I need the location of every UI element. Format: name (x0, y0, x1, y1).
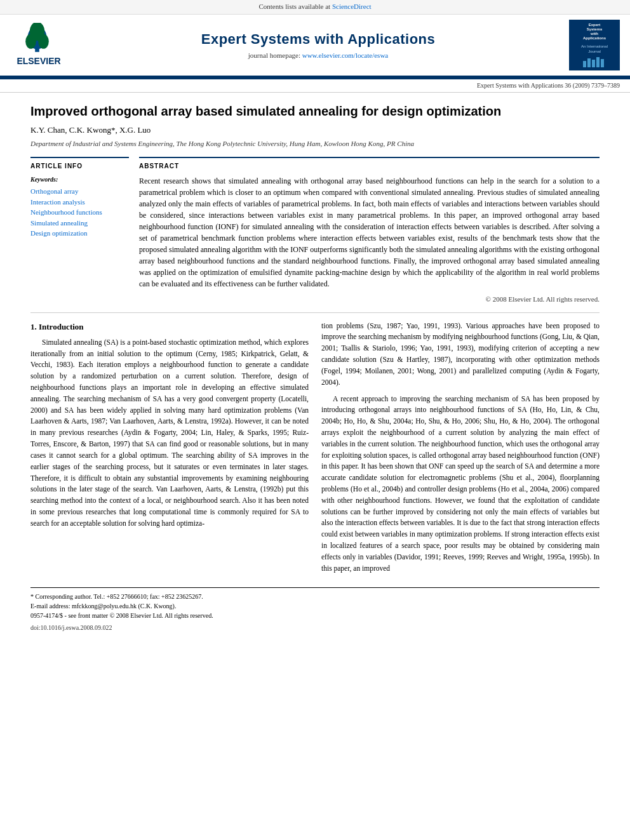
journal-top-bar: Contents lists available at ScienceDirec… (0, 0, 630, 15)
body-para-col2-1: tion problems (Szu, 1987; Yao, 1991, 199… (321, 321, 600, 389)
body-col-right: tion problems (Szu, 1987; Yao, 1991, 199… (321, 321, 600, 580)
copyright-line: © 2008 Elsevier Ltd. All rights reserved… (139, 295, 600, 305)
svg-rect-9 (601, 59, 604, 67)
science-direct-link[interactable]: ScienceDirect (332, 3, 372, 10)
article-title: Improved orthogonal array based simulate… (30, 103, 600, 119)
keywords-section: Keywords: Orthogonal array Interaction a… (30, 175, 129, 239)
abstract-text: Recent research shows that simulated ann… (139, 175, 600, 290)
blue-divider (0, 76, 630, 78)
thumb-subtitle: An InternationalJournal (581, 44, 608, 55)
keyword-4[interactable]: Simulated annealing (30, 218, 129, 229)
journal-thumbnail: ExpertSystemswithApplications An Interna… (569, 20, 620, 70)
keyword-5[interactable]: Design optimization (30, 228, 129, 239)
journal-banner: ELSEVIER Expert Systems with Application… (0, 15, 630, 76)
journal-title: Expert Systems with Applications (67, 29, 569, 50)
footnote-bar: * Corresponding author. Tel.: +852 27666… (30, 587, 600, 632)
section1-heading: 1. Introduction (30, 321, 309, 333)
content-wrapper: Improved orthogonal array based simulate… (0, 93, 630, 642)
abstract-heading: ABSTRACT (139, 162, 600, 171)
elsevier-tree-icon (20, 23, 58, 55)
svg-rect-6 (587, 58, 591, 67)
elsevier-logo: ELSEVIER (10, 23, 67, 67)
contents-text: Contents lists available at (258, 3, 330, 10)
svg-rect-7 (592, 60, 595, 67)
footnote-corresponding: * Corresponding author. Tel.: +852 27666… (30, 592, 600, 601)
keywords-label: Keywords: (30, 175, 129, 185)
body-para-col2-2: A recent approach to improving the searc… (321, 394, 600, 575)
thumb-chart-icon (582, 56, 607, 67)
journal-header: Contents lists available at ScienceDirec… (0, 0, 630, 79)
footnote-issn: 0957-4174/$ - see front matter © 2008 El… (30, 611, 600, 620)
article-info-heading: ARTICLE INFO (30, 162, 129, 171)
svg-rect-8 (596, 57, 600, 67)
body-col-left: 1. Introduction Simulated annealing (SA)… (30, 321, 309, 580)
article-meta-bar: Expert Systems with Applications 36 (200… (0, 79, 630, 93)
article-info-col: ARTICLE INFO Keywords: Orthogonal array … (30, 157, 129, 304)
homepage-url[interactable]: www.elsevier.com/locate/eswa (302, 51, 389, 59)
meta-text: Expert Systems with Applications 36 (200… (477, 82, 620, 89)
authors: K.Y. Chan, C.K. Kwong*, X.G. Luo (30, 124, 600, 137)
article-body: ARTICLE INFO Keywords: Orthogonal array … (30, 157, 600, 304)
abstract-col: ABSTRACT Recent research shows that simu… (139, 157, 600, 304)
affiliation: Department of Industrial and Systems Eng… (30, 139, 600, 149)
thumb-title: ExpertSystemswithApplications (583, 23, 606, 41)
journal-banner-center: Expert Systems with Applications journal… (67, 29, 569, 62)
elsevier-name: ELSEVIER (17, 55, 60, 67)
footnote-email: E-mail address: mfckkong@polyu.edu.hk (C… (30, 601, 600, 611)
main-divider (30, 312, 600, 313)
footnote-doi: doi:10.1016/j.eswa.2008.09.022 (30, 623, 600, 632)
journal-homepage: journal homepage: www.elsevier.com/locat… (67, 51, 569, 61)
keyword-2[interactable]: Interaction analysis (30, 197, 129, 208)
body-para-col1-1: Simulated annealing (SA) is a point-base… (30, 337, 309, 530)
homepage-label: journal homepage: (248, 51, 300, 59)
keyword-3[interactable]: Neighbourhood functions (30, 207, 129, 218)
svg-rect-5 (583, 61, 586, 67)
keyword-1[interactable]: Orthogonal array (30, 186, 129, 197)
two-col-body: 1. Introduction Simulated annealing (SA)… (30, 321, 600, 580)
